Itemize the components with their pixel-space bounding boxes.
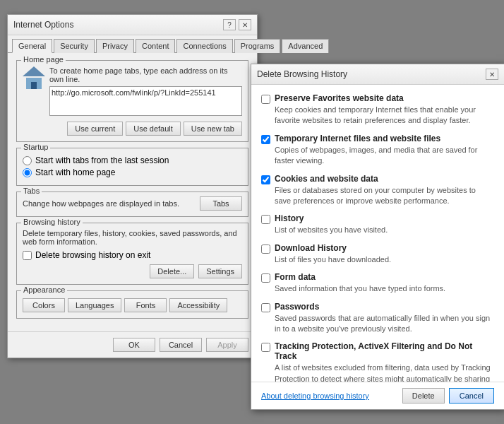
download-history-checkbox[interactable] (261, 245, 270, 254)
preserve-favorites-checkbox[interactable] (261, 95, 270, 104)
ok-button[interactable]: OK (113, 338, 155, 352)
dbh-cancel-button[interactable]: Cancel (449, 388, 494, 404)
startup-radio1[interactable] (23, 156, 32, 165)
tracking-protection-title: Tracking Protection, ActiveX Filtering a… (275, 341, 494, 361)
tab-content[interactable]: Content (136, 39, 176, 53)
house-body-icon (26, 78, 42, 89)
help-button[interactable]: ? (223, 19, 236, 30)
use-current-button[interactable]: Use current (67, 122, 123, 136)
browsing-history-label: Browsing history (21, 218, 83, 226)
home-page-buttons: Use current Use default Use new tab (23, 122, 242, 136)
dbh-footer-buttons: Delete Cancel (402, 388, 494, 404)
tabs-button[interactable]: Tabs (200, 196, 242, 211)
preserve-favorites-text: Preserve Favorites website data Keep coo… (275, 93, 494, 126)
use-default-button[interactable]: Use default (126, 122, 181, 136)
temp-files-desc: Copies of webpages, images, and media th… (275, 145, 494, 167)
delete-on-exit-row: Delete browsing history on exit (23, 250, 242, 260)
delete-on-exit-label: Delete browsing history on exit (35, 250, 150, 260)
delete-button[interactable]: Delete... (150, 264, 194, 278)
house-door-icon (31, 82, 37, 89)
cookies-desc: Files or databases stored on your comput… (275, 185, 494, 207)
startup-option2: Start with home page (23, 167, 242, 177)
colors-button[interactable]: Colors (23, 298, 65, 312)
fonts-button[interactable]: Fonts (124, 298, 167, 312)
browsing-history-group: Browsing history Delete temporary files,… (16, 223, 248, 285)
download-history-text: Download History List of files you have … (275, 243, 391, 265)
browsing-history-buttons: Delete... Settings (23, 264, 242, 278)
main-dialog-titlebar: Internet Options ? ✕ (8, 15, 257, 35)
cookies-text: Cookies and website data Files or databa… (275, 174, 494, 207)
dbh-dialog-titlebar: Delete Browsing History ✕ (251, 64, 504, 85)
temp-files-checkbox[interactable] (261, 135, 270, 144)
settings-button[interactable]: Settings (198, 264, 242, 278)
home-page-right: To create home page tabs, type each addr… (49, 66, 242, 118)
languages-button[interactable]: Languages (68, 298, 121, 312)
passwords-title: Passwords (275, 302, 494, 312)
tab-privacy[interactable]: Privacy (96, 39, 134, 53)
history-text: History List of websites you have visite… (275, 213, 388, 235)
main-dialog-title: Internet Options (13, 20, 73, 30)
tabs-bar: General Security Privacy Content Connect… (8, 35, 257, 53)
dbh-titlebar-controls: ✕ (486, 69, 498, 80)
temp-files-text: Temporary Internet files and website fil… (275, 134, 494, 167)
startup-group: Startup Start with tabs from the last se… (16, 148, 248, 186)
startup-radio-group: Start with tabs from the last session St… (23, 155, 242, 177)
startup-option1-label: Start with tabs from the last session (35, 155, 169, 165)
passwords-desc: Saved passwords that are automatically f… (275, 313, 494, 335)
apply-button[interactable]: Apply (206, 338, 248, 352)
cookies-checkbox[interactable] (261, 175, 270, 184)
tracking-protection-checkbox[interactable] (261, 343, 270, 352)
tab-programs[interactable]: Programs (234, 39, 281, 53)
home-page-url-input[interactable] (49, 86, 242, 116)
dbh-dialog-title: Delete Browsing History (257, 69, 347, 79)
dbh-item-form-data: Form data Saved information that you hav… (261, 272, 494, 294)
tab-connections[interactable]: Connections (176, 39, 232, 53)
tab-general[interactable]: General (12, 39, 52, 53)
cancel-button[interactable]: Cancel (160, 338, 202, 352)
dbh-close-button[interactable]: ✕ (486, 69, 498, 80)
startup-label: Startup (21, 143, 50, 151)
dbh-item-history: History List of websites you have visite… (261, 213, 494, 235)
startup-radio2[interactable] (23, 168, 32, 177)
main-dialog-footer: OK Cancel Apply (8, 331, 257, 358)
accessibility-button[interactable]: Accessibility (169, 298, 227, 312)
delete-browsing-history-dialog: Delete Browsing History ✕ Preserve Favor… (251, 64, 504, 410)
internet-options-dialog: Internet Options ? ✕ General Security Pr… (7, 14, 258, 358)
form-data-desc: Saved information that you have typed in… (275, 283, 445, 294)
appearance-group: Appearance Colors Languages Fonts Access… (16, 290, 248, 319)
appearance-buttons: Colors Languages Fonts Accessibility (23, 298, 242, 312)
cookies-title: Cookies and website data (275, 174, 494, 184)
temp-files-title: Temporary Internet files and website fil… (275, 134, 494, 143)
house-roof-icon (23, 66, 45, 76)
delete-on-exit-checkbox[interactable] (23, 251, 32, 260)
tracking-protection-desc: A list of websites excluded from filteri… (275, 363, 494, 382)
dbh-item-cookies: Cookies and website data Files or databa… (261, 174, 494, 207)
use-new-tab-button[interactable]: Use new tab (184, 122, 242, 136)
history-checkbox[interactable] (261, 215, 270, 224)
history-title: History (275, 213, 388, 223)
passwords-checkbox[interactable] (261, 303, 270, 312)
history-desc: List of websites you have visited. (275, 225, 388, 235)
tracking-protection-text: Tracking Protection, ActiveX Filtering a… (275, 341, 494, 382)
main-dialog-content: Home page To create home page tabs, type… (8, 53, 257, 331)
tab-security[interactable]: Security (54, 39, 95, 53)
home-page-group: Home page To create home page tabs, type… (16, 60, 248, 142)
dbh-item-tracking-protection: Tracking Protection, ActiveX Filtering a… (261, 341, 494, 382)
download-history-desc: List of files you have downloaded. (275, 254, 391, 265)
startup-option1: Start with tabs from the last session (23, 155, 242, 165)
preserve-favorites-title: Preserve Favorites website data (275, 93, 494, 103)
tabs-group: Tabs Change how webpages are displayed i… (16, 192, 248, 217)
form-data-checkbox[interactable] (261, 273, 270, 283)
tab-advanced[interactable]: Advanced (282, 39, 329, 53)
tabs-group-label: Tabs (21, 187, 42, 195)
about-deleting-link[interactable]: About deleting browsing history (261, 391, 369, 400)
titlebar-controls: ? ✕ (223, 19, 251, 30)
passwords-text: Passwords Saved passwords that are autom… (275, 302, 494, 335)
home-page-inner: To create home page tabs, type each addr… (23, 66, 242, 118)
dbh-footer: About deleting browsing history Delete C… (251, 382, 504, 409)
dbh-delete-button[interactable]: Delete (402, 388, 445, 404)
tabs-section-description: Change how webpages are displayed in tab… (23, 199, 179, 208)
close-button[interactable]: ✕ (239, 19, 251, 30)
appearance-label: Appearance (21, 285, 67, 294)
home-page-label: Home page (21, 55, 66, 64)
